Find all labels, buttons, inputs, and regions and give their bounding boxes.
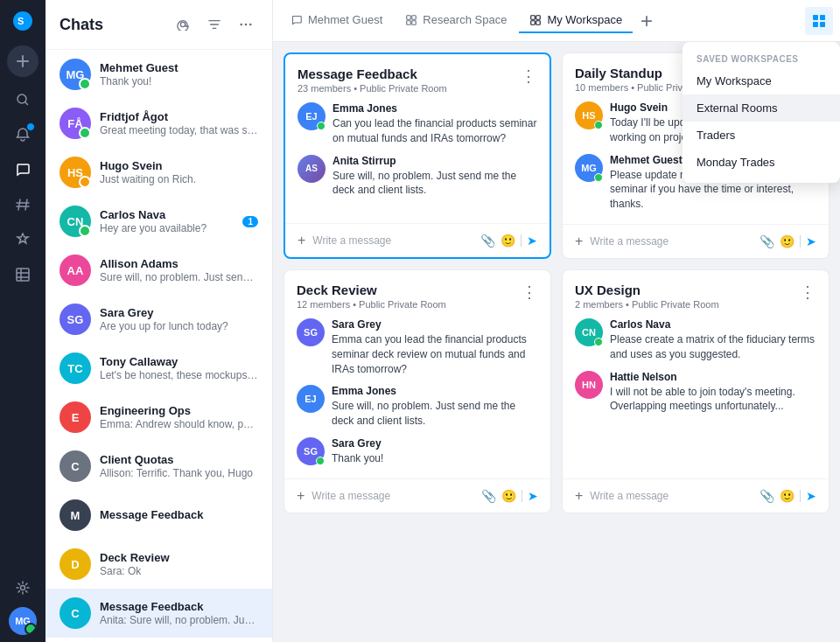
chat-item[interactable]: CN Carlos Nava Hey are you available? 1: [46, 197, 272, 246]
user-avatar[interactable]: MG: [9, 607, 37, 635]
add-button[interactable]: [7, 45, 38, 77]
message-sender: Hattie Nelson: [610, 371, 816, 383]
star-icon-btn[interactable]: [7, 224, 38, 255]
chat-name: Mehmet Guest: [100, 61, 258, 74]
dropdown-header: SAVED WORKSPACES: [682, 49, 840, 67]
room-menu-button[interactable]: ⋮: [521, 66, 537, 86]
emoji-icon[interactable]: 🙂: [500, 234, 515, 248]
chat-item[interactable]: HS Hugo Svein Just waiting on Rich.: [46, 148, 272, 197]
compose-add-icon[interactable]: +: [298, 233, 305, 248]
message-avatar: HN: [575, 371, 603, 399]
svg-rect-15: [531, 20, 536, 24]
tab-bar: Mehmet Guest Research Space My Workspace: [273, 0, 840, 42]
left-sidebar: S MG: [0, 0, 46, 642]
chat-preview: Hey are you available?: [100, 222, 234, 234]
chat-item[interactable]: C Client Quotas Allison: Terrific. Thank…: [46, 442, 272, 491]
compose-input[interactable]: Write a message: [590, 490, 752, 502]
message-sender: Emma Jones: [332, 102, 537, 115]
chat-item[interactable]: AA Allison Adams Sure will, no problem. …: [46, 246, 272, 295]
settings-icon-btn[interactable]: [7, 572, 38, 604]
emoji-icon[interactable]: 🙂: [501, 489, 516, 503]
emoji-icon[interactable]: 🙂: [780, 489, 794, 503]
message-body: Emma Jones Can you lead the financial pr…: [332, 102, 537, 146]
send-icon[interactable]: ➤: [527, 234, 537, 248]
chat-item[interactable]: SG Sara Grey Are you up for lunch today?: [46, 295, 272, 344]
chats-actions: [171, 12, 258, 37]
message-text: Sure will, no problem. Just send me the …: [332, 399, 538, 429]
more-button[interactable]: [234, 12, 258, 37]
chat-tab-icon: [290, 14, 303, 26]
compose-add-icon[interactable]: +: [575, 234, 583, 249]
emoji-icon[interactable]: 🙂: [780, 234, 794, 248]
add-tab-button[interactable]: [634, 9, 659, 33]
chat-avatar: CN: [60, 206, 91, 237]
attach-icon[interactable]: 📎: [481, 489, 496, 503]
tab-my-workspace[interactable]: My Workspace: [519, 8, 633, 33]
chat-item[interactable]: E Engineering Ops Emma: Andrew should kn…: [46, 393, 272, 442]
chat-item[interactable]: MG Mehmet Guest Thank you!: [46, 50, 272, 99]
compose-add-icon[interactable]: +: [575, 488, 583, 504]
tab-mehmet-guest[interactable]: Mehmet Guest: [280, 8, 393, 33]
attach-icon[interactable]: 📎: [760, 489, 774, 503]
dropdown-item-my[interactable]: My Workspace: [682, 67, 840, 94]
chat-icon-btn[interactable]: [7, 154, 38, 185]
message-sender: Sara Grey: [332, 318, 538, 331]
chat-info: Mehmet Guest Thank you!: [100, 61, 258, 87]
filter-button[interactable]: [202, 12, 227, 37]
chat-item[interactable]: FÅ Fridtjof Ågot Great meeting today, th…: [46, 99, 272, 148]
room-messages: SG Sara Grey Emma can you lead the finan…: [284, 318, 550, 475]
room-menu-button[interactable]: ⋮: [800, 283, 816, 302]
chat-info: Carlos Nava Hey are you available?: [100, 208, 234, 234]
chat-info: Fridtjof Ågot Great meeting today, that …: [100, 110, 258, 136]
dropdown-item-external[interactable]: External Rooms: [682, 94, 840, 122]
chat-name: Message Feedback: [100, 600, 258, 613]
message-text: I will not be able to join today's meeti…: [610, 385, 816, 415]
chat-info: Hugo Svein Just waiting on Rich.: [100, 159, 258, 185]
send-icon[interactable]: ➤: [806, 489, 816, 503]
message-avatar: AS: [298, 155, 326, 183]
chat-item[interactable]: D Deck Review Sara: Ok: [46, 540, 272, 589]
send-icon[interactable]: ➤: [806, 234, 816, 248]
compose-input[interactable]: Write a message: [312, 234, 473, 247]
attach-icon[interactable]: 📎: [480, 234, 495, 248]
message-sender: Emma Jones: [332, 385, 538, 397]
svg-rect-9: [407, 15, 411, 19]
chat-name: Engineering Ops: [100, 404, 258, 417]
room-compose: + Write a message 📎 🙂 ➤: [285, 223, 550, 257]
svg-text:S: S: [18, 16, 24, 26]
search-icon-btn[interactable]: [7, 84, 38, 115]
compose-input[interactable]: Write a message: [312, 490, 474, 502]
message-text: Emma can you lead the financial products…: [332, 332, 538, 376]
chat-item[interactable]: C Message Feedback Anita: Sure will, no …: [46, 589, 272, 638]
room-meta: 2 members • Public Private Room: [575, 299, 719, 310]
room-message: EJ Emma Jones Can you lead the financial…: [298, 102, 537, 146]
tab-research-space[interactable]: Research Space: [395, 8, 517, 33]
room-card-deck-review[interactable]: Deck Review 12 members • Public Private …: [284, 269, 551, 513]
chats-header: Chats: [46, 0, 272, 50]
attach-icon[interactable]: 📎: [760, 234, 774, 248]
dropdown-item-monday[interactable]: Monday Trades: [682, 149, 840, 176]
room-message: EJ Emma Jones Sure will, no problem. Jus…: [297, 385, 538, 429]
notifications-icon-btn[interactable]: [7, 119, 38, 150]
app-logo: S: [9, 7, 37, 35]
chat-item[interactable]: TC Tony Callaway Let's be honest, these …: [46, 344, 272, 393]
room-card-message-feedback[interactable]: Message Feedback 23 members • Public Pri…: [284, 52, 551, 259]
room-menu-button[interactable]: ⋮: [522, 283, 538, 302]
compose-add-icon[interactable]: +: [297, 488, 304, 504]
message-sender: Anita Stirrup: [332, 155, 537, 167]
message-body: Carlos Nava Please create a matrix of th…: [610, 318, 816, 362]
table-icon-btn[interactable]: [7, 259, 38, 290]
grid-view-button[interactable]: [805, 7, 833, 35]
svg-rect-3: [17, 269, 29, 281]
dropdown-item-traders[interactable]: Traders: [682, 122, 840, 149]
chat-info: Allison Adams Sure will, no problem. Jus…: [100, 257, 258, 283]
svg-point-5: [180, 22, 185, 26]
compose-input[interactable]: Write a message: [590, 235, 752, 248]
chat-item[interactable]: U UX Design Esther Call in 5 minutes, ev…: [46, 638, 272, 642]
send-icon[interactable]: ➤: [528, 489, 538, 503]
room-meta: 23 members • Public Private Room: [298, 83, 447, 94]
chat-item[interactable]: M Message Feedback: [46, 491, 272, 540]
mention-button[interactable]: [171, 12, 195, 37]
room-card-ux-design[interactable]: UX Design 2 members • Public Private Roo…: [562, 269, 830, 513]
channels-icon-btn[interactable]: [7, 189, 38, 220]
